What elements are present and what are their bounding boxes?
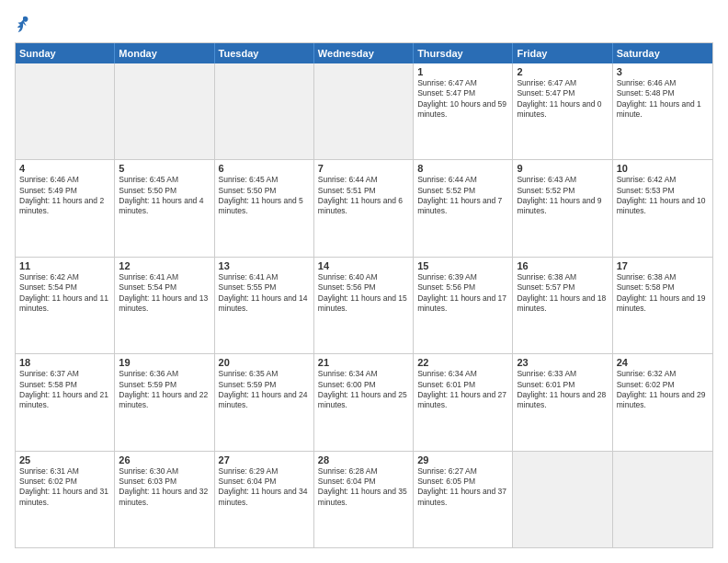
day-info: Sunrise: 6:38 AM Sunset: 5:57 PM Dayligh…: [517, 272, 608, 315]
calendar-cell-4-1: 18Sunrise: 6:37 AM Sunset: 5:58 PM Dayli…: [16, 354, 115, 450]
calendar-cell-2-6: 9Sunrise: 6:43 AM Sunset: 5:52 PM Daylig…: [513, 160, 612, 256]
day-number: 24: [617, 357, 709, 368]
day-info: Sunrise: 6:44 AM Sunset: 5:52 PM Dayligh…: [417, 175, 508, 217]
day-header-saturday: Saturday: [613, 43, 712, 63]
day-info: Sunrise: 6:39 AM Sunset: 5:56 PM Dayligh…: [417, 272, 508, 315]
calendar-cell-3-7: 17Sunrise: 6:38 AM Sunset: 5:58 PM Dayli…: [613, 258, 712, 353]
calendar-row-1: 1Sunrise: 6:47 AM Sunset: 5:47 PM Daylig…: [16, 63, 712, 159]
day-number: 2: [517, 66, 608, 77]
calendar-cell-5-1: 25Sunrise: 6:31 AM Sunset: 6:02 PM Dayli…: [16, 452, 115, 547]
calendar-cell-1-2: [115, 63, 214, 159]
calendar-body: 1Sunrise: 6:47 AM Sunset: 5:47 PM Daylig…: [16, 63, 712, 547]
day-info: Sunrise: 6:45 AM Sunset: 5:50 PM Dayligh…: [119, 175, 210, 217]
day-number: 11: [19, 260, 110, 271]
day-number: 3: [617, 66, 709, 77]
calendar-cell-4-7: 24Sunrise: 6:32 AM Sunset: 6:02 PM Dayli…: [613, 354, 712, 450]
calendar-cell-1-6: 2Sunrise: 6:47 AM Sunset: 5:47 PM Daylig…: [513, 63, 612, 159]
day-number: 12: [119, 260, 210, 271]
day-info: Sunrise: 6:44 AM Sunset: 5:51 PM Dayligh…: [318, 175, 409, 217]
day-number: 29: [417, 454, 508, 465]
day-number: 22: [417, 357, 508, 368]
calendar-row-5: 25Sunrise: 6:31 AM Sunset: 6:02 PM Dayli…: [16, 451, 712, 547]
calendar-cell-1-1: [16, 63, 115, 159]
day-number: 18: [19, 357, 110, 368]
day-info: Sunrise: 6:32 AM Sunset: 6:02 PM Dayligh…: [617, 369, 709, 411]
day-info: Sunrise: 6:41 AM Sunset: 5:54 PM Dayligh…: [119, 272, 210, 315]
day-info: Sunrise: 6:37 AM Sunset: 5:58 PM Dayligh…: [19, 369, 110, 411]
calendar-cell-2-1: 4Sunrise: 6:46 AM Sunset: 5:49 PM Daylig…: [16, 160, 115, 256]
day-number: 17: [617, 260, 709, 271]
day-info: Sunrise: 6:35 AM Sunset: 5:59 PM Dayligh…: [219, 369, 310, 411]
day-info: Sunrise: 6:29 AM Sunset: 6:04 PM Dayligh…: [219, 466, 310, 509]
day-number: 26: [119, 454, 210, 465]
day-info: Sunrise: 6:33 AM Sunset: 6:01 PM Dayligh…: [517, 369, 608, 411]
day-info: Sunrise: 6:46 AM Sunset: 5:48 PM Dayligh…: [617, 78, 709, 121]
calendar-cell-3-4: 14Sunrise: 6:40 AM Sunset: 5:56 PM Dayli…: [314, 258, 414, 353]
page-header: [15, 15, 713, 35]
calendar-cell-3-3: 13Sunrise: 6:41 AM Sunset: 5:55 PM Dayli…: [215, 258, 314, 353]
calendar-cell-5-6: [513, 452, 612, 547]
day-number: 25: [19, 454, 110, 465]
calendar-cell-5-3: 27Sunrise: 6:29 AM Sunset: 6:04 PM Dayli…: [215, 452, 314, 547]
calendar-cell-4-2: 19Sunrise: 6:36 AM Sunset: 5:59 PM Dayli…: [115, 354, 214, 450]
day-number: 14: [318, 260, 409, 271]
calendar-cell-5-4: 28Sunrise: 6:28 AM Sunset: 6:04 PM Dayli…: [314, 452, 414, 547]
day-number: 16: [517, 260, 608, 271]
calendar-cell-3-5: 15Sunrise: 6:39 AM Sunset: 5:56 PM Dayli…: [414, 258, 513, 353]
calendar-cell-2-2: 5Sunrise: 6:45 AM Sunset: 5:50 PM Daylig…: [115, 160, 214, 256]
calendar-cell-2-4: 7Sunrise: 6:44 AM Sunset: 5:51 PM Daylig…: [314, 160, 414, 256]
day-info: Sunrise: 6:36 AM Sunset: 5:59 PM Dayligh…: [119, 369, 210, 411]
day-header-friday: Friday: [513, 43, 612, 63]
day-number: 20: [219, 357, 310, 368]
logo: [15, 15, 32, 35]
day-header-tuesday: Tuesday: [215, 43, 314, 63]
calendar-row-3: 11Sunrise: 6:42 AM Sunset: 5:54 PM Dayli…: [16, 257, 712, 353]
calendar-header: SundayMondayTuesdayWednesdayThursdayFrid…: [16, 43, 712, 63]
day-info: Sunrise: 6:41 AM Sunset: 5:55 PM Dayligh…: [219, 272, 310, 315]
day-header-monday: Monday: [115, 43, 214, 63]
day-info: Sunrise: 6:45 AM Sunset: 5:50 PM Dayligh…: [219, 175, 310, 217]
day-info: Sunrise: 6:47 AM Sunset: 5:47 PM Dayligh…: [517, 78, 608, 121]
calendar-cell-4-3: 20Sunrise: 6:35 AM Sunset: 5:59 PM Dayli…: [215, 354, 314, 450]
calendar-cell-1-5: 1Sunrise: 6:47 AM Sunset: 5:47 PM Daylig…: [414, 63, 513, 159]
day-number: 1: [417, 66, 508, 77]
calendar-cell-1-3: [215, 63, 314, 159]
calendar-cell-2-5: 8Sunrise: 6:44 AM Sunset: 5:52 PM Daylig…: [414, 160, 513, 256]
day-info: Sunrise: 6:34 AM Sunset: 6:01 PM Dayligh…: [417, 369, 508, 411]
calendar-cell-3-2: 12Sunrise: 6:41 AM Sunset: 5:54 PM Dayli…: [115, 258, 214, 353]
day-header-wednesday: Wednesday: [314, 43, 414, 63]
day-number: 6: [219, 163, 310, 174]
calendar-cell-4-5: 22Sunrise: 6:34 AM Sunset: 6:01 PM Dayli…: [414, 354, 513, 450]
day-info: Sunrise: 6:38 AM Sunset: 5:58 PM Dayligh…: [617, 272, 709, 315]
day-info: Sunrise: 6:46 AM Sunset: 5:49 PM Dayligh…: [19, 175, 110, 217]
day-number: 19: [119, 357, 210, 368]
calendar-cell-1-7: 3Sunrise: 6:46 AM Sunset: 5:48 PM Daylig…: [613, 63, 712, 159]
day-info: Sunrise: 6:28 AM Sunset: 6:04 PM Dayligh…: [318, 466, 409, 509]
day-number: 10: [617, 163, 709, 174]
day-info: Sunrise: 6:43 AM Sunset: 5:52 PM Dayligh…: [517, 175, 608, 217]
calendar-cell-3-1: 11Sunrise: 6:42 AM Sunset: 5:54 PM Dayli…: [16, 258, 115, 353]
day-number: 9: [517, 163, 608, 174]
day-info: Sunrise: 6:31 AM Sunset: 6:02 PM Dayligh…: [19, 466, 110, 509]
day-number: 27: [219, 454, 310, 465]
day-number: 21: [318, 357, 409, 368]
calendar: SundayMondayTuesdayWednesdayThursdayFrid…: [15, 42, 713, 548]
calendar-cell-5-2: 26Sunrise: 6:30 AM Sunset: 6:03 PM Dayli…: [115, 452, 214, 547]
day-info: Sunrise: 6:30 AM Sunset: 6:03 PM Dayligh…: [119, 466, 210, 509]
calendar-cell-5-5: 29Sunrise: 6:27 AM Sunset: 6:05 PM Dayli…: [414, 452, 513, 547]
day-header-thursday: Thursday: [414, 43, 513, 63]
day-info: Sunrise: 6:34 AM Sunset: 6:00 PM Dayligh…: [318, 369, 409, 411]
day-info: Sunrise: 6:27 AM Sunset: 6:05 PM Dayligh…: [417, 466, 508, 509]
day-number: 15: [417, 260, 508, 271]
calendar-cell-2-7: 10Sunrise: 6:42 AM Sunset: 5:53 PM Dayli…: [613, 160, 712, 256]
calendar-row-4: 18Sunrise: 6:37 AM Sunset: 5:58 PM Dayli…: [16, 353, 712, 450]
calendar-cell-2-3: 6Sunrise: 6:45 AM Sunset: 5:50 PM Daylig…: [215, 160, 314, 256]
day-info: Sunrise: 6:42 AM Sunset: 5:53 PM Dayligh…: [617, 175, 709, 217]
day-number: 5: [119, 163, 210, 174]
calendar-row-2: 4Sunrise: 6:46 AM Sunset: 5:49 PM Daylig…: [16, 159, 712, 256]
day-number: 13: [219, 260, 310, 271]
day-number: 23: [517, 357, 608, 368]
day-info: Sunrise: 6:42 AM Sunset: 5:54 PM Dayligh…: [19, 272, 110, 315]
calendar-cell-1-4: [314, 63, 414, 159]
day-header-sunday: Sunday: [16, 43, 115, 63]
